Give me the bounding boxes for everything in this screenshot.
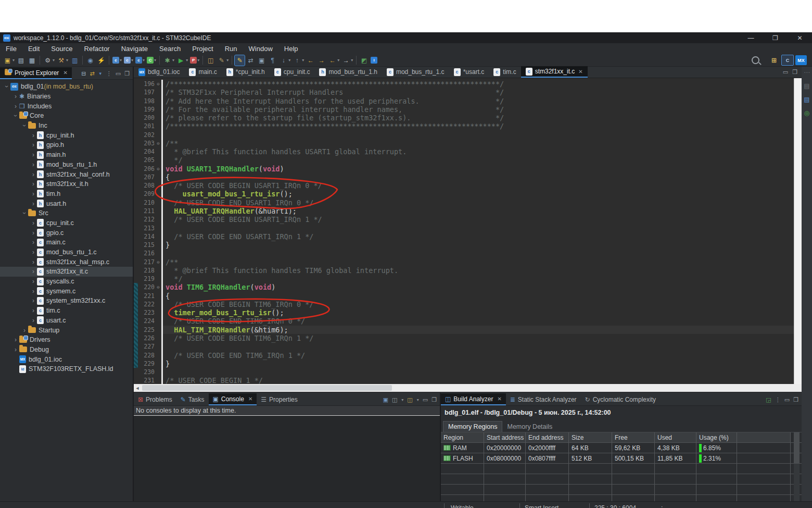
maximize-icon[interactable]: ❒ xyxy=(432,397,437,403)
tree-chevron-icon[interactable]: › xyxy=(12,93,19,100)
tree-item-sysmem-c[interactable]: ›csysmem.c xyxy=(0,286,133,296)
close-tab-icon[interactable]: ✕ xyxy=(248,396,252,402)
cpp-perspective-button[interactable]: C xyxy=(781,55,794,66)
minimize-icon[interactable]: ▭ xyxy=(423,397,428,403)
tree-chevron-icon[interactable]: › xyxy=(12,336,19,343)
maximize-icon[interactable]: ❒ xyxy=(124,70,130,77)
tree-item-main-c[interactable]: ›cmain.c xyxy=(0,238,133,247)
close-tab-icon[interactable]: ✕ xyxy=(578,69,582,75)
code-line-215[interactable]: 215} xyxy=(134,241,794,249)
code-line-218[interactable]: 218 * @brief This function handles TIM6 … xyxy=(134,266,794,275)
back-history-icon[interactable]: ← xyxy=(306,55,315,66)
tab-mod-bus-rtu-1-h[interactable]: hmod_bus_rtu_1.h xyxy=(314,66,382,78)
open-project-icon[interactable]: ◫ xyxy=(206,55,215,66)
tree-chevron-icon[interactable]: › xyxy=(30,229,37,237)
close-tab-icon[interactable]: ✕ xyxy=(63,70,67,76)
menu-help[interactable]: Help xyxy=(278,43,304,54)
tree-item-main-h[interactable]: ›hmain.h xyxy=(0,150,133,160)
tab-cyclomatic-complexity[interactable]: ↻Cyclomatic Complexity xyxy=(581,393,660,405)
fold-marker-icon[interactable]: ⊖ xyxy=(155,139,161,147)
code-line-201[interactable]: 201/************************************… xyxy=(134,122,794,130)
search-c-icon[interactable]: ◉ xyxy=(85,55,95,66)
tree-item-stm32f1xx-it-c[interactable]: ›cstm32f1xx_it.c xyxy=(0,267,133,277)
tree-chevron-icon[interactable]: › xyxy=(30,132,37,139)
external-tools-icon[interactable]: ⚡ xyxy=(96,55,106,66)
tab-main-c[interactable]: cmain.c xyxy=(184,66,221,78)
tree-chevron-icon[interactable]: › xyxy=(21,327,28,334)
dropdown-chevron-icon[interactable]: ▾ xyxy=(288,58,290,63)
empty-table-row[interactable] xyxy=(441,485,802,495)
code-line-199[interactable]: 199/* For the available peripheral inter… xyxy=(134,105,794,114)
cubemx-perspective-button[interactable]: MX xyxy=(795,55,807,65)
dropdown-chevron-icon[interactable]: ▾ xyxy=(302,58,304,63)
code-line-208[interactable]: 208 /* USER CODE BEGIN USART1_IRQn 0 */ xyxy=(134,181,794,190)
tab-static-stack-analyzer[interactable]: ≣Static Stack Analyzer xyxy=(506,393,581,405)
show-whitespace-icon[interactable]: ¶ xyxy=(268,55,277,66)
tree-item-gpio-c[interactable]: ›cgpio.c xyxy=(0,228,133,238)
code-line-197[interactable]: 197/* STM32F1xx Peripheral Interrupt Han… xyxy=(134,88,794,96)
scrollbar-thumb[interactable] xyxy=(142,385,392,391)
tree-item-system-stm32f1xx-c[interactable]: ›csystem_stm32f1xx.c xyxy=(0,296,133,306)
scroll-left-icon[interactable]: ◄ xyxy=(134,386,141,391)
menu-search[interactable]: Search xyxy=(154,43,186,54)
tree-item-stm32f1xx-hal-conf-h[interactable]: ›hstm32f1xx_hal_conf.h xyxy=(0,169,133,179)
code-line-223[interactable]: 223 timer_mod_bus_1_rtu_isr(); xyxy=(134,308,794,317)
last-edit-location-icon[interactable]: ←▾ xyxy=(327,55,340,66)
code-line-225[interactable]: 225 HAL_TIM_IRQHandler(&htim6); xyxy=(134,326,794,334)
fold-marker-icon[interactable]: ⊖ xyxy=(155,283,161,291)
dropdown-chevron-icon[interactable]: ▾ xyxy=(172,58,174,63)
tree-item-bdlg-01[interactable]: ›IDEbdlg_01 (in mod_bus_rtu) xyxy=(0,82,133,92)
code-line-228[interactable]: 228 /* USER CODE END TIM6_IRQn 1 */ xyxy=(134,351,794,360)
code-line-211[interactable]: 211 HAL_UART_IRQHandler(&huart1); xyxy=(134,207,794,215)
memory-region-row[interactable]: FLASH0x080000000x0807ffff512 KB500,15 KB… xyxy=(441,453,802,464)
tree-chevron-icon[interactable]: › xyxy=(30,190,37,197)
restore-button[interactable]: ❐ xyxy=(763,32,788,43)
clean-build-icon[interactable]: ⚒▾ xyxy=(56,55,69,66)
profile-icon[interactable]: P▾ xyxy=(189,55,200,66)
code-line-227[interactable]: 227 xyxy=(134,342,794,351)
format-code-icon[interactable]: ✎▾ xyxy=(217,55,229,66)
menu-project[interactable]: Project xyxy=(186,43,219,54)
refresh-icon[interactable]: ◲ xyxy=(766,397,771,403)
table-vertical-scrollbar[interactable] xyxy=(794,432,800,501)
link-with-editor-icon[interactable]: ⇄ xyxy=(246,55,256,66)
minimize-button[interactable]: — xyxy=(739,32,763,43)
tab--cpu-init-h[interactable]: h*cpu_init.h xyxy=(222,66,270,78)
tab-properties[interactable]: ☰Properties xyxy=(257,393,301,405)
fold-marker-icon[interactable]: ⊖ xyxy=(155,80,161,88)
tree-item-mod-bus-rtu-1-h[interactable]: ›hmod_bus_rtu_1.h xyxy=(0,160,133,170)
tree-chevron-icon[interactable]: › xyxy=(30,297,37,304)
maximize-icon[interactable]: ❒ xyxy=(793,397,798,403)
tree-chevron-icon[interactable]: › xyxy=(30,278,37,285)
code-line-210[interactable]: 210 /* USER CODE END USART1_IRQn 0 */ xyxy=(134,199,794,207)
tree-item-bdlg-01-ioc[interactable]: MXbdlg_01.ioc xyxy=(0,354,133,364)
open-perspective-icon[interactable]: ⊞ xyxy=(768,55,780,65)
dropdown-chevron-icon[interactable]: ▾ xyxy=(186,58,188,63)
dropdown-chevron-icon[interactable]: ▾ xyxy=(66,58,68,63)
dropdown-chevron-icon[interactable]: ▾ xyxy=(226,58,229,63)
tree-chevron-icon[interactable]: › xyxy=(30,219,37,227)
tree-chevron-icon[interactable]: › xyxy=(21,122,28,129)
tree-item-cpu-init-h[interactable]: ›hcpu_init.h xyxy=(0,130,133,140)
build-targets-icon[interactable]: ◎ xyxy=(804,109,809,117)
tree-chevron-icon[interactable]: › xyxy=(30,161,37,168)
menu-refactor[interactable]: Refactor xyxy=(79,43,116,54)
empty-table-row[interactable] xyxy=(441,474,802,485)
run-external-icon[interactable]: ◩ xyxy=(359,55,369,66)
tree-item-core[interactable]: ›Core xyxy=(0,111,133,121)
dropdown-chevron-icon[interactable]: ▾ xyxy=(143,58,145,63)
minimize-icon[interactable]: ▭ xyxy=(783,69,788,76)
code-editor[interactable]: 196⊖/***********************************… xyxy=(134,78,794,386)
code-line-209[interactable]: 209 usart_mod_bus_1_rtu_isr(); xyxy=(134,190,794,198)
code-line-216[interactable]: 216 xyxy=(134,249,794,257)
tab-project-explorer[interactable]: Project Explorer✕ xyxy=(0,67,72,79)
display-selected-console-icon[interactable]: ◫ xyxy=(392,397,397,403)
memory-region-row[interactable]: RAM0x200000000x2000ffff64 KB59,62 KB4,38… xyxy=(441,443,802,453)
tree-item-tim-c[interactable]: ›ctim.c xyxy=(0,306,133,316)
subtab-memory-regions[interactable]: Memory Regions xyxy=(443,421,502,432)
tab-bdlg-01-ioc[interactable]: MXbdlg_01.ioc xyxy=(134,66,184,78)
dropdown-chevron-icon[interactable]: ▾ xyxy=(120,58,122,63)
menu-edit[interactable]: Edit xyxy=(22,43,45,54)
new-c-file-icon[interactable]: c▾ xyxy=(112,55,122,66)
go-forward-icon[interactable]: →▾ xyxy=(341,55,353,66)
